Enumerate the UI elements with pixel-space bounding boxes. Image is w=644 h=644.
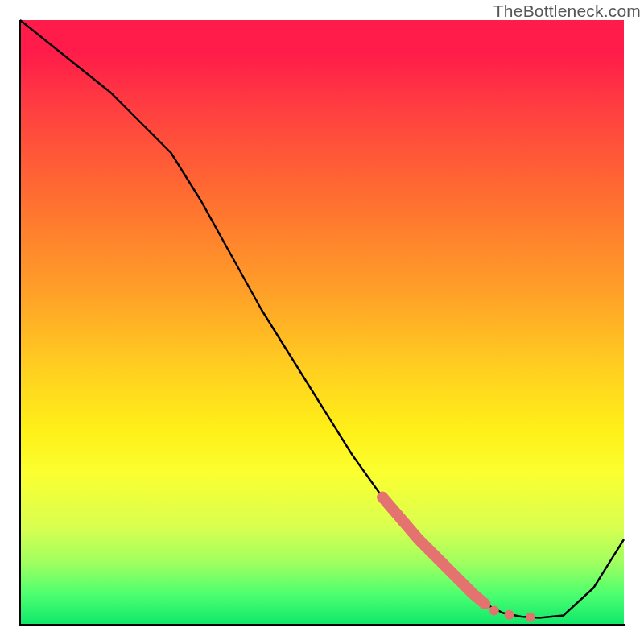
bottleneck-dot-group — [489, 606, 535, 622]
bottleneck-curve — [20, 20, 624, 618]
chart-overlay — [20, 20, 624, 624]
bottleneck-dot — [526, 613, 535, 622]
watermark-text: TheBottleneck.com — [493, 2, 641, 21]
bottleneck-highlight-segment — [382, 497, 485, 605]
y-axis — [19, 20, 21, 625]
chart-container: TheBottleneck.com — [0, 0, 644, 644]
bottleneck-dot — [505, 610, 514, 620]
x-axis — [19, 624, 625, 626]
bottleneck-dot — [489, 606, 499, 616]
